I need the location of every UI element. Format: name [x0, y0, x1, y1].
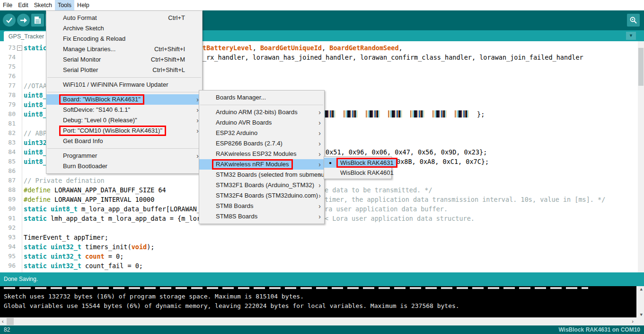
menu-item-label: Arduino AVR Boards — [216, 117, 272, 128]
console-line: Sketch uses 132732 bytes (16%) of progra… — [4, 292, 304, 301]
menu-item-serial-monitor[interactable]: Serial MonitorCtrl+Shift+M — [46, 54, 202, 65]
menu-item-label: Serial Monitor — [63, 54, 101, 65]
menu-item-programmer[interactable]: Programmer› — [46, 151, 202, 161]
menu-item-label: Debug: "Level 0 (Release)" — [63, 115, 137, 126]
tab-dropdown-button[interactable]: ▼ — [626, 32, 636, 40]
bottom-status-bar: 82 WisBlock RAK4631 on COM10 — [0, 325, 644, 334]
menu-item-arduino-arm-32-bits-boards[interactable]: Arduino ARM (32-bits) Boards› — [199, 107, 324, 117]
menu-shortcut: Ctrl+Shift+I — [154, 44, 191, 54]
line-number: 73 — [0, 43, 16, 53]
menu-item-archive-sketch[interactable]: Archive Sketch — [46, 23, 202, 34]
code-fold-icon[interactable]: − — [17, 45, 22, 51]
scroll-left-icon[interactable]: ‹ — [0, 317, 6, 325]
menu-item-stm8-boards[interactable]: STM8 Boards› — [199, 201, 324, 211]
scroll-right-icon[interactable]: › — [630, 317, 635, 325]
menu-item-boards-manager[interactable]: Boards Manager... — [199, 92, 324, 103]
menu-help[interactable]: Help — [74, 0, 92, 10]
menu-item-board-wisblock-rak4631[interactable]: Board: "WisBlock RAK4631"› — [46, 94, 202, 105]
menu-item-rakwireless-nrf-modules[interactable]: RAKwireless nRF Modules› — [199, 159, 324, 170]
menu-edit[interactable]: Edit — [15, 0, 31, 10]
menu-item-wisblock-rak4631[interactable]: ●WisBlock RAK4631 — [324, 158, 391, 168]
line-number: 95 — [0, 252, 16, 261]
menu-item-esp32-arduino[interactable]: ESP32 Arduino› — [199, 128, 324, 138]
menu-item-label: Get Board Info — [63, 136, 103, 146]
menu-item-label: STM8 Boards — [216, 201, 253, 211]
status-message-bar: Done Saving. — [0, 272, 644, 286]
board-port-indicator: WisBlock RAK4631 on COM10 — [558, 325, 640, 334]
console-scrollbar[interactable]: ▲ ▼ — [636, 286, 644, 317]
line-number: 80 — [0, 109, 16, 119]
code-segment: // Private defination — [24, 176, 105, 185]
code-segment: TimerEvent_t appTimer; — [24, 233, 108, 242]
scroll-up-icon[interactable]: ▲ — [640, 287, 643, 291]
code-segment: < Lora user application data structure. — [325, 214, 475, 223]
code-segment: static uint32_t count = 0; — [24, 252, 124, 261]
menu-shortcut: Ctrl+Shift+M — [151, 54, 191, 65]
menu-item-stm32f1-boards-arduino-stm32[interactable]: STM32F1 Boards (Arduino_STM32)› — [199, 180, 324, 190]
menu-separator — [200, 105, 323, 105]
menu-item-stm8s-boards[interactable]: STM8S Boards› — [199, 211, 324, 222]
output-console: ▲ ▼ Sketch uses 132732 bytes (16%) of pr… — [0, 286, 644, 317]
menu-item-label: Arduino ARM (32-bits) Boards — [216, 107, 298, 117]
menu-item-auto-format[interactable]: Auto FormatCtrl+T — [46, 13, 202, 23]
line-number: 86 — [0, 166, 16, 176]
horizontal-scrollbar[interactable]: ‹ › — [0, 317, 644, 325]
menu-item-serial-plotter[interactable]: Serial PlotterCtrl+Shift+L — [46, 65, 202, 75]
rak-nrf-submenu: ●WisBlock RAK4631WisBlock RAK4601 — [324, 156, 392, 179]
line-number: 83 — [0, 138, 16, 147]
menu-item-burn-bootloader[interactable]: Burn Bootloader — [46, 161, 202, 172]
tab-gps-tracker[interactable]: GPS_Tracker — [4, 31, 49, 41]
code-segment: static uint32_t timers_init(void); — [24, 242, 154, 252]
console-line: Global variables use 15544 bytes (6%) of… — [4, 301, 459, 311]
menu-item-fix-encoding-reload[interactable]: Fix Encoding & Reload — [46, 34, 202, 44]
menu-item-manage-libraries[interactable]: Manage Libraries...Ctrl+Shift+I — [46, 44, 202, 54]
new-sketch-button[interactable] — [31, 14, 44, 27]
menu-separator — [47, 148, 201, 149]
tools-menu: Auto FormatCtrl+TArchive SketchFix Encod… — [46, 10, 203, 174]
menu-item-label: Programmer — [63, 151, 97, 161]
selected-radio-icon: ● — [329, 158, 332, 168]
menu-separator — [47, 92, 201, 92]
menu-item-label: STM8S Boards — [216, 211, 257, 222]
tab-label: GPS_Tracker — [9, 33, 44, 40]
scroll-down-icon[interactable]: ▼ — [640, 312, 643, 317]
code-line-95: 95static uint32_t count = 0; — [0, 252, 644, 261]
current-line-indicator: 82 — [4, 325, 10, 334]
submenu-arrow-icon: › — [318, 149, 321, 159]
menu-item-label: ESP8266 Boards (2.7.4) — [216, 138, 282, 149]
line-number: 79 — [0, 100, 16, 109]
redacted-bytes-block — [455, 110, 469, 117]
menu-item-wifi101-wifinina-firmware-updater[interactable]: WiFi101 / WiFiNINA Firmware Updater — [46, 80, 202, 90]
menu-tools[interactable]: Tools — [55, 0, 74, 10]
menu-item-stm32-boards-selected-from-submenu[interactable]: STM32 Boards (selected from submenu)› — [199, 170, 324, 180]
horizontal-scrollbar-thumb[interactable] — [7, 318, 14, 325]
code-segment: _rx_handler, lorawan_has_joined_handler,… — [203, 53, 583, 62]
code-segment: 0x8B, 0xA8, 0xC1, 0x7C}; — [397, 157, 489, 166]
menu-item-get-board-info[interactable]: Get Board Info — [46, 136, 202, 146]
menu-item-arduino-avr-boards[interactable]: Arduino AVR Boards› — [199, 117, 324, 128]
menu-item-softdevice-s140-6-1-1[interactable]: SoftDevice: "S140 6.1.1"› — [46, 105, 202, 115]
submenu-arrow-icon: › — [318, 128, 321, 138]
menu-sketch[interactable]: Sketch — [31, 0, 55, 10]
chevron-down-icon: ▼ — [629, 33, 633, 38]
code-segment: //OTAA — [24, 81, 47, 90]
submenu-arrow-icon: › — [318, 190, 321, 201]
code-segment: timer, the application data transmission… — [325, 195, 605, 204]
line-number: 90 — [0, 204, 16, 214]
upload-button[interactable] — [17, 14, 30, 27]
red-annotation-box: RAKwireless nRF Modules — [212, 159, 293, 170]
menu-item-port-com10-wisblock-rak4631[interactable]: Port: "COM10 (WisBlock RAK4631)"› — [46, 126, 202, 136]
menu-item-debug-level-0-release[interactable]: Debug: "Level 0 (Release)"› — [46, 115, 202, 126]
red-annotation-box: Port: "COM10 (WisBlock RAK4631)" — [59, 126, 166, 136]
code-segment: ra user application data buffer. — [325, 204, 448, 214]
verify-button[interactable] — [3, 14, 16, 27]
menu-file[interactable]: File — [0, 0, 15, 10]
serial-monitor-button[interactable] — [627, 14, 640, 27]
menu-item-stm32f4-boards-stm32duino-com[interactable]: STM32F4 Boards (STM32duino.com)› — [199, 190, 324, 201]
menu-item-rakwireless-esp32-modules[interactable]: RAKwireless ESP32 Modules› — [199, 149, 324, 159]
arrow-right-icon — [20, 17, 27, 24]
submenu-arrow-icon: › — [318, 159, 321, 170]
menu-item-label: ESP32 Arduino — [216, 128, 257, 138]
menu-item-wisblock-rak4601[interactable]: WisBlock RAK4601 — [324, 168, 391, 178]
menu-item-esp8266-boards-2-7-4[interactable]: ESP8266 Boards (2.7.4)› — [199, 138, 324, 149]
